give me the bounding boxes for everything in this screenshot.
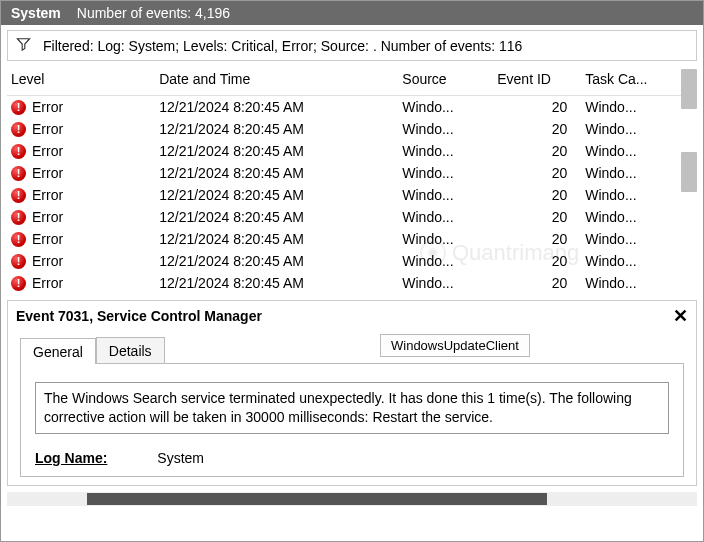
error-icon: ! [11,166,26,181]
cell-date: 12/21/2024 8:20:45 AM [155,206,398,228]
cell-task: Windo... [581,206,697,228]
level-text: Error [32,187,63,203]
cell-eventid: 20 [493,140,581,162]
level-text: Error [32,209,63,225]
cell-date: 12/21/2024 8:20:45 AM [155,184,398,206]
cell-eventid: 20 [493,162,581,184]
cell-source: Windo... [398,184,493,206]
event-count-text: Number of events: 4,196 [77,5,230,21]
cell-task: Windo... [581,118,697,140]
cell-date: 12/21/2024 8:20:45 AM [155,162,398,184]
col-level[interactable]: Level [7,65,155,96]
error-icon: ! [11,100,26,115]
close-icon[interactable]: ✕ [673,305,688,327]
cell-task: Windo... [581,162,697,184]
error-icon: ! [11,144,26,159]
event-details-title: Event 7031, Service Control Manager [16,308,262,324]
event-message[interactable]: The Windows Search service terminated un… [35,382,669,434]
cell-source: Windo... [398,96,493,118]
table-row[interactable]: !Error12/21/2024 8:20:45 AMWindo...20Win… [7,272,697,294]
error-icon: ! [11,210,26,225]
column-header-row[interactable]: Level Date and Time Source Event ID Task… [7,65,697,96]
cell-eventid: 20 [493,272,581,294]
cell-source: Windo... [398,140,493,162]
log-name-label: Log Name: [35,450,107,466]
cell-task: Windo... [581,272,697,294]
tab-details[interactable]: Details [96,337,165,363]
cell-source: Windo... [398,228,493,250]
cell-task: Windo... [581,96,697,118]
cell-eventid: 20 [493,96,581,118]
level-text: Error [32,121,63,137]
level-text: Error [32,165,63,181]
cell-eventid: 20 [493,118,581,140]
level-text: Error [32,231,63,247]
col-task[interactable]: Task Ca... [581,65,697,96]
cell-source: Windo... [398,272,493,294]
cell-date: 12/21/2024 8:20:45 AM [155,228,398,250]
cell-task: Windo... [581,184,697,206]
log-title: System [11,5,61,21]
table-row[interactable]: !Error12/21/2024 8:20:45 AMWindo...20Win… [7,206,697,228]
level-text: Error [32,99,63,115]
error-icon: ! [11,188,26,203]
filter-text: Filtered: Log: System; Levels: Critical,… [43,38,522,54]
details-tabs: General Details [20,337,696,363]
col-eventid[interactable]: Event ID [493,65,581,96]
log-name-value: System [157,450,204,466]
error-icon: ! [11,276,26,291]
scrollbar-thumb[interactable] [87,493,547,505]
horizontal-scrollbar[interactable] [7,492,697,506]
col-source[interactable]: Source [398,65,493,96]
error-icon: ! [11,232,26,247]
level-text: Error [32,275,63,291]
cell-task: Windo... [581,140,697,162]
filter-bar[interactable]: Filtered: Log: System; Levels: Critical,… [7,30,697,61]
cell-date: 12/21/2024 8:20:45 AM [155,272,398,294]
table-row[interactable]: !Error12/21/2024 8:20:45 AMWindo...20Win… [7,140,697,162]
event-table: Level Date and Time Source Event ID Task… [7,65,697,294]
table-row[interactable]: !Error12/21/2024 8:20:45 AMWindo...20Win… [7,184,697,206]
cell-source: Windo... [398,206,493,228]
cell-eventid: 20 [493,206,581,228]
cell-source: Windo... [398,118,493,140]
level-text: Error [32,253,63,269]
filter-icon [16,37,31,54]
error-icon: ! [11,122,26,137]
table-row[interactable]: !Error12/21/2024 8:20:45 AMWindo...20Win… [7,228,697,250]
cell-date: 12/21/2024 8:20:45 AM [155,140,398,162]
table-row[interactable]: !Error12/21/2024 8:20:45 AMWindo...20Win… [7,162,697,184]
scrollbar-thumb[interactable] [681,152,697,192]
cell-eventid: 20 [493,184,581,206]
col-date[interactable]: Date and Time [155,65,398,96]
event-details-pane: Event 7031, Service Control Manager ✕ Ge… [7,300,697,486]
cell-date: 12/21/2024 8:20:45 AM [155,250,398,272]
cell-date: 12/21/2024 8:20:45 AM [155,118,398,140]
tab-general[interactable]: General [20,338,96,364]
cell-source: Windo... [398,250,493,272]
system-header-bar: System Number of events: 4,196 [1,1,703,25]
tab-general-content: The Windows Search service terminated un… [20,363,684,477]
cell-task: Windo... [581,250,697,272]
cell-task: Windo... [581,228,697,250]
table-row[interactable]: !Error12/21/2024 8:20:45 AMWindo...20Win… [7,250,697,272]
level-text: Error [32,143,63,159]
table-row[interactable]: !Error12/21/2024 8:20:45 AMWindo...20Win… [7,118,697,140]
cell-source: Windo... [398,162,493,184]
cell-eventid: 20 [493,228,581,250]
source-tooltip: WindowsUpdateClient [380,334,530,357]
cell-date: 12/21/2024 8:20:45 AM [155,96,398,118]
cell-eventid: 20 [493,250,581,272]
error-icon: ! [11,254,26,269]
table-row[interactable]: !Error12/21/2024 8:20:45 AMWindo...20Win… [7,96,697,118]
